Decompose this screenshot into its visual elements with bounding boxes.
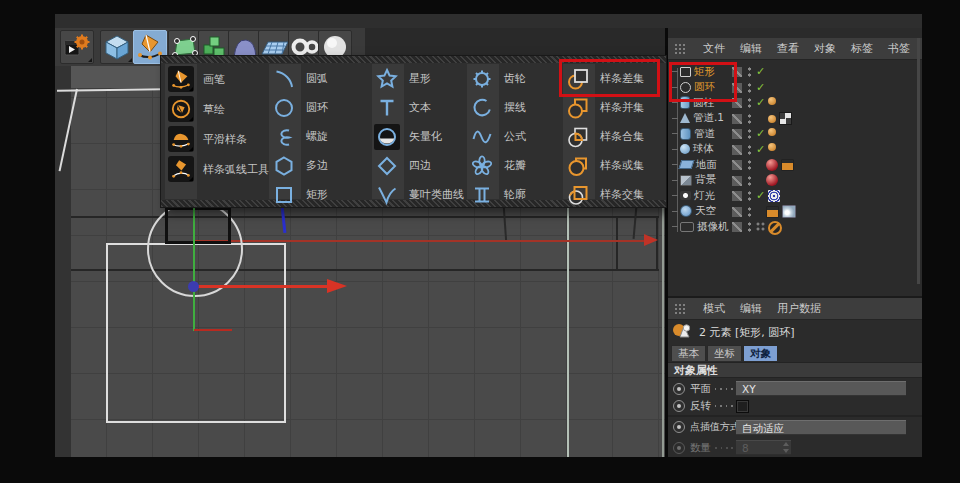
menu-item-gear[interactable]: 齿轮 — [469, 64, 561, 93]
axis-x-arrowhead[interactable] — [327, 279, 347, 293]
gizmo-origin-dot[interactable] — [188, 281, 199, 292]
om-scrollbar[interactable] — [917, 38, 920, 284]
om-menu-file[interactable]: 文件 — [703, 41, 725, 56]
menu-item-quad[interactable]: 四边 — [374, 151, 469, 180]
enabled-check-icon[interactable]: ✓ — [756, 65, 765, 78]
visibility-dots-icon[interactable] — [747, 144, 752, 156]
menu-item-sketch[interactable]: 草绘 — [168, 94, 266, 124]
menu-item-star[interactable]: 星形 — [374, 64, 469, 93]
camera-toggle-icon[interactable] — [755, 221, 766, 232]
layer-toggle-icon[interactable] — [732, 222, 742, 232]
am-menu-edit[interactable]: 编辑 — [740, 301, 762, 316]
anim-dot-icon[interactable] — [673, 442, 685, 454]
object-row-tube-1[interactable]: 管道.1 — [668, 111, 922, 127]
enabled-check-icon[interactable]: ✓ — [756, 189, 765, 202]
axis-y-line[interactable] — [193, 208, 195, 331]
am-menu-userdata[interactable]: 用户数据 — [777, 301, 821, 316]
axis-z-line[interactable] — [281, 206, 287, 233]
plane-dropdown[interactable]: XY — [736, 381, 906, 396]
om-menu-tags[interactable]: 标签 — [851, 41, 873, 56]
enabled-check-icon[interactable]: ✓ — [756, 81, 765, 94]
am-menu-mode[interactable]: 模式 — [703, 301, 725, 316]
menu-item-helix[interactable]: 螺旋 — [271, 122, 371, 151]
visibility-dots-icon[interactable] — [747, 66, 752, 78]
visibility-dots-icon[interactable] — [747, 175, 752, 187]
axis-x-line-long[interactable] — [193, 240, 644, 242]
menu-item-polygon[interactable]: 多边 — [271, 151, 371, 180]
phong-tag-icon[interactable] — [768, 115, 776, 123]
anim-dot-icon[interactable] — [673, 400, 685, 412]
visibility-dots-icon[interactable] — [747, 221, 752, 233]
visibility-dots-icon[interactable] — [747, 159, 752, 171]
tab-object[interactable]: 对象 — [743, 345, 778, 361]
enabled-check-icon[interactable]: ✓ — [756, 96, 765, 109]
cube-primitives-icon[interactable] — [100, 30, 134, 64]
layer-toggle-icon[interactable] — [732, 114, 742, 124]
tab-coordinates[interactable]: 坐标 — [707, 345, 742, 361]
phong-tag-icon[interactable] — [768, 143, 776, 151]
object-row-sky[interactable]: 天空 — [668, 204, 922, 220]
reverse-checkbox[interactable] — [736, 400, 749, 413]
phong-tag-icon[interactable] — [768, 128, 776, 136]
target-tag-icon[interactable] — [768, 190, 780, 202]
anim-dot-icon[interactable] — [673, 383, 685, 395]
om-menu-edit[interactable]: 编辑 — [740, 41, 762, 56]
menu-item-flower[interactable]: 花瓣 — [469, 151, 561, 180]
object-row-tube[interactable]: 管道 ✓ — [668, 126, 922, 142]
sky-texture-tag-icon[interactable] — [782, 205, 796, 218]
tab-basic[interactable]: 基本 — [671, 345, 706, 361]
object-row-floor[interactable]: 地面 — [668, 157, 922, 173]
enabled-check-icon[interactable]: ✓ — [756, 143, 765, 156]
render-settings-icon[interactable] — [60, 30, 94, 64]
layer-toggle-icon[interactable] — [732, 160, 742, 170]
om-menu-object[interactable]: 对象 — [814, 41, 836, 56]
object-row-background[interactable]: 背景 — [668, 173, 922, 189]
menu-item-pen[interactable]: 画笔 — [168, 64, 266, 94]
visibility-dots-icon[interactable] — [747, 190, 752, 202]
anim-dot-icon[interactable] — [673, 421, 685, 433]
texture-checker-tag-icon[interactable] — [779, 112, 792, 125]
layer-toggle-icon[interactable] — [732, 207, 742, 217]
menu-grip-icon[interactable] — [673, 42, 686, 55]
menu-item-formula[interactable]: 公式 — [469, 122, 561, 151]
menu-item-arc[interactable]: 圆弧 — [271, 64, 371, 93]
visibility-dots-icon[interactable] — [747, 113, 752, 125]
layer-toggle-icon[interactable] — [732, 176, 742, 186]
material-red-tag-icon[interactable] — [766, 159, 778, 171]
layer-toggle-icon[interactable] — [732, 191, 742, 201]
object-row-camera[interactable]: 摄像机 — [668, 219, 922, 235]
interpolation-dropdown[interactable]: 自动适应 — [736, 420, 906, 435]
compositing-tag-icon[interactable] — [781, 159, 794, 171]
menu-item-spline-intersect[interactable]: 样条交集 — [565, 180, 665, 209]
menu-item-profile[interactable]: 轮廓 — [469, 180, 561, 209]
phong-tag-icon[interactable] — [768, 97, 776, 105]
object-row-sphere[interactable]: 球体 ✓ — [668, 142, 922, 158]
menu-item-spline-arc-tool[interactable]: 样条弧线工具 — [168, 154, 266, 184]
protection-tag-icon[interactable] — [768, 221, 782, 235]
visibility-dots-icon[interactable] — [747, 97, 752, 109]
visibility-dots-icon[interactable] — [747, 82, 752, 94]
visibility-dots-icon[interactable] — [747, 128, 752, 140]
menu-item-cissoid[interactable]: 蔓叶类曲线 — [374, 180, 469, 209]
menu-item-text[interactable]: 文本 — [374, 93, 469, 122]
om-menu-view[interactable]: 查看 — [777, 41, 799, 56]
layer-toggle-icon[interactable] — [732, 129, 742, 139]
menu-grip-icon[interactable] — [673, 302, 686, 315]
menu-item-spline-or[interactable]: 样条或集 — [565, 151, 665, 180]
layer-toggle-icon[interactable] — [732, 145, 742, 155]
menu-item-vectorize[interactable]: 矢量化 — [374, 122, 469, 151]
menu-item-spline-and[interactable]: 样条合集 — [565, 122, 665, 151]
enabled-check-icon[interactable]: ✓ — [756, 127, 765, 140]
menu-item-smooth-spline[interactable]: 平滑样条 — [168, 124, 266, 154]
material-red-tag-icon[interactable] — [766, 174, 778, 186]
axis-x-line[interactable] — [198, 285, 329, 288]
object-row-light[interactable]: 灯光 ✓ — [668, 188, 922, 204]
axis-x-arrowhead-long[interactable] — [644, 234, 658, 246]
menu-item-circle[interactable]: 圆环 — [271, 93, 371, 122]
menu-item-rectangle[interactable]: 矩形 — [271, 180, 371, 209]
compositing-tag-icon[interactable] — [766, 206, 779, 218]
menu-item-cycloid[interactable]: 摆线 — [469, 93, 561, 122]
spinner-arrows-icon[interactable] — [782, 442, 791, 453]
visibility-dots-icon[interactable] — [747, 206, 752, 218]
om-menu-bookmarks[interactable]: 书签 — [888, 41, 910, 56]
